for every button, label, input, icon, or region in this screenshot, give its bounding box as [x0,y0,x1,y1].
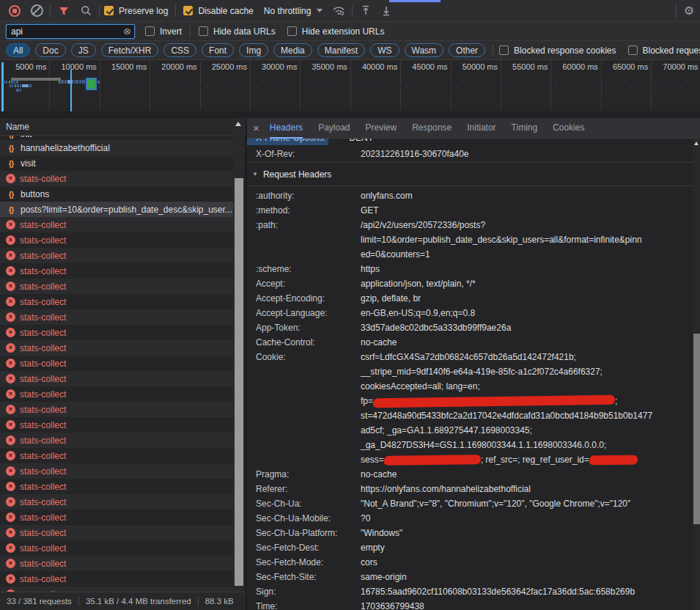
request-name: stats-collect [20,343,66,353]
request-row[interactable]: ×stats-collect [0,494,233,510]
request-row[interactable]: ×stats-collect [0,294,233,309]
header-key: :scheme: [247,262,361,276]
request-row[interactable]: ×stats-collect [0,371,233,386]
detail-scrollbar[interactable] [693,139,700,610]
request-row[interactable]: ×stats-collect [0,171,233,186]
network-conditions-button[interactable] [330,2,347,20]
request-row[interactable]: ×stats-collect [0,448,233,463]
request-row[interactable]: ×stats-collect [0,417,233,433]
invert-checkbox[interactable] [145,26,155,36]
name-column-header[interactable]: Name [0,118,246,136]
settings-gear-icon[interactable]: ⚙ [676,4,694,18]
filter-pill-media[interactable]: Media [273,43,312,57]
request-headers-section[interactable]: ▼ Request Headers [247,162,693,186]
disable-cache-checkbox[interactable] [183,6,193,15]
request-row[interactable]: ×stats-collect [0,402,233,417]
blocked-requests-checkbox[interactable] [628,45,638,55]
filter-pill-all[interactable]: All [6,43,30,57]
request-row[interactable]: {}posts?limit=10&order=publish_date_desc… [0,202,233,217]
request-row[interactable]: ×stats-collect [0,232,233,248]
request-row[interactable]: ×stats-collect [0,525,233,540]
waterfall-speck [556,87,557,89]
request-row[interactable]: ×stats-collect [0,386,233,402]
request-row[interactable]: ×stats-collect [0,325,233,340]
scroll-up-icon[interactable] [694,142,699,145]
request-row[interactable]: ×stats-collect [0,263,233,279]
tab-response[interactable]: Response [412,118,452,139]
waterfall-bar [16,81,18,84]
export-har-button[interactable] [377,2,395,20]
tab-initiator[interactable]: Initiator [467,118,495,139]
request-row[interactable]: ×stats-collect [0,463,233,479]
waterfall-bar [29,84,32,87]
filter-pill-fetch-xhr[interactable]: Fetch/XHR [101,43,159,57]
waterfall-speck [331,87,333,89]
throttling-select[interactable]: No throttling [264,6,312,16]
waterfall-selected-block [86,78,97,90]
request-row[interactable]: ×stats-collect [0,540,233,556]
request-row[interactable]: ×stats-collect [0,587,233,592]
import-har-button[interactable] [357,2,375,20]
tab-preview[interactable]: Preview [366,118,397,139]
request-row[interactable]: {}buttons [0,186,233,202]
tab-cookies[interactable]: Cookies [553,118,584,139]
request-row[interactable]: ×stats-collect [0,571,233,587]
waterfall-speck [132,87,133,89]
tab-payload[interactable]: Payload [318,118,350,139]
hide-data-urls-checkbox[interactable] [199,26,208,36]
filter-pill-font[interactable]: Font [202,43,234,57]
close-icon[interactable]: × [253,122,259,134]
waterfall-speck [356,87,358,89]
request-row[interactable]: ×stats-collect [0,479,233,494]
filter-pill-js[interactable]: JS [71,43,96,57]
request-row[interactable]: ×stats-collect [0,433,233,448]
hide-extension-urls-checkbox[interactable] [287,26,297,36]
request-row[interactable]: ×stats-collect [0,309,233,325]
header-value: same-origin [361,570,693,584]
header-key: Sec-Ch-Ua-Mobile: [247,511,361,526]
waterfall-bar [59,80,60,84]
request-list-scrollbar[interactable] [233,118,244,592]
scrollbar-thumb[interactable] [235,178,243,586]
clear-button[interactable] [28,2,45,20]
request-row[interactable]: {}hannahelizabethofficial [0,140,233,155]
request-row[interactable]: ×stats-collect [0,217,233,232]
filter-pill-css[interactable]: CSS [163,43,196,57]
filter-pill-manifest[interactable]: Manifest [317,43,365,57]
filter-pill-doc[interactable]: Doc [35,43,65,57]
filter-toggle-button[interactable] [55,2,73,20]
request-row[interactable]: ×stats-collect [0,279,233,294]
error-icon: × [6,282,15,291]
request-row[interactable]: ×stats-collect [0,556,233,571]
collapse-triangle-icon[interactable]: ▼ [252,171,258,177]
preserve-log-checkbox[interactable] [104,6,114,15]
search-button[interactable] [77,2,95,20]
waterfall-bar [65,80,67,84]
tab-headers[interactable]: Headers [270,118,303,139]
scrollbar-thumb[interactable] [693,334,700,524]
request-row[interactable]: ×stats-collect [0,340,233,356]
clear-search-icon[interactable]: ⊗ [123,26,131,37]
request-row[interactable]: ×stats-collect [0,510,233,525]
waterfall-speck [157,87,158,89]
request-row[interactable]: ×stats-collect [0,248,233,263]
filter-pill-ws[interactable]: WS [370,43,399,57]
error-icon: × [6,420,15,430]
filter-pill-other[interactable]: Other [449,43,485,57]
record-button[interactable] [6,2,23,20]
filter-input[interactable] [6,24,135,39]
network-overview-timeline[interactable]: 5000 ms10000 ms15000 ms20000 ms25000 ms3… [0,60,700,120]
header-value: "Windows" [361,526,693,540]
request-rows: {}init{}hannahelizabethofficial{}visit×s… [0,136,233,592]
tab-timing[interactable]: Timing [512,118,538,139]
scroll-up-icon[interactable] [235,122,241,126]
blocked-response-cookies-checkbox[interactable] [499,45,509,55]
request-row[interactable]: ×stats-collect [0,356,233,371]
waterfall-speck [431,87,432,89]
filter-pill-wasm[interactable]: Wasm [405,43,444,57]
header-key: Pragma: [247,467,361,482]
waterfall-speck [630,87,632,89]
request-row[interactable]: {}visit [0,155,233,171]
header-row: Pragma:no-cache [247,467,693,482]
filter-pill-img[interactable]: Img [239,43,268,57]
